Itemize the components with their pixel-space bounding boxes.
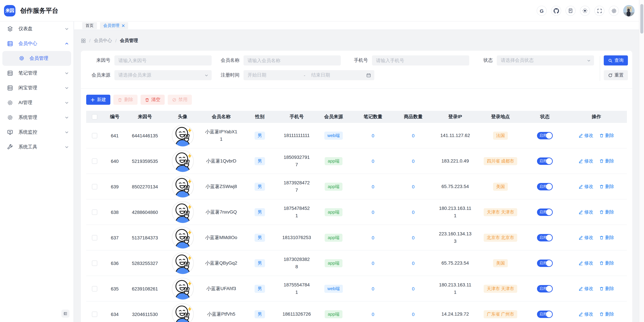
row-checkbox[interactable] xyxy=(92,133,97,138)
member-avatar xyxy=(172,303,194,322)
status-toggle[interactable]: 启用 xyxy=(537,208,553,216)
edit-link[interactable]: 修改 xyxy=(578,132,593,139)
status-toggle[interactable]: 启用 xyxy=(537,310,553,318)
clear-button[interactable]: 清空 xyxy=(140,95,165,105)
laiyin-no-cell: 6441446135 xyxy=(132,133,158,138)
document-icon[interactable] xyxy=(566,6,576,16)
gender-badge: 男 xyxy=(254,259,265,267)
column-header: 状态 xyxy=(540,114,550,120)
disable-button[interactable]: 禁用 xyxy=(168,95,192,105)
delete-link[interactable]: 删除 xyxy=(600,209,614,215)
sidebar-item-dashboard[interactable]: 仪表盘 xyxy=(0,22,74,36)
goods-count-link[interactable]: 0 xyxy=(412,311,414,317)
edit-link[interactable]: 修改 xyxy=(578,285,593,292)
disable-button-label: 禁用 xyxy=(178,97,188,103)
breadcrumb-item[interactable]: 会员中心 xyxy=(94,38,112,44)
phone-input[interactable] xyxy=(372,55,469,66)
delete-link[interactable]: 删除 xyxy=(600,234,614,241)
delete-button[interactable]: 删除 xyxy=(113,95,138,105)
gitee-icon[interactable]: G xyxy=(537,6,547,16)
sidebar-item-system[interactable]: 系统管理 xyxy=(0,110,74,125)
delete-link[interactable]: 删除 xyxy=(600,158,614,164)
avatar-cell xyxy=(172,252,194,274)
edit-link[interactable]: 修改 xyxy=(578,311,593,317)
user-avatar[interactable] xyxy=(623,5,634,17)
goods-count-link[interactable]: 0 xyxy=(412,235,414,240)
delete-link[interactable]: 删除 xyxy=(600,311,614,317)
create-button[interactable]: 新建 xyxy=(86,95,110,105)
status-toggle[interactable]: 启用 xyxy=(537,183,553,190)
date-range-picker[interactable]: 开始日期 - 结束日期 xyxy=(244,70,374,80)
sidebar-item-notes[interactable]: 笔记管理 xyxy=(0,66,74,81)
sidebar-item-member-center[interactable]: 会员中心 xyxy=(0,36,74,51)
source-select[interactable]: 请选择会员来源 xyxy=(114,70,212,80)
row-checkbox[interactable] xyxy=(92,235,97,240)
vertical-scrollbar[interactable] xyxy=(639,0,644,322)
delete-link[interactable]: 删除 xyxy=(600,132,614,139)
sidebar-item-goods[interactable]: 闲宝管理 xyxy=(0,81,74,95)
sidebar-collapse-icon[interactable] xyxy=(62,309,70,318)
sidebar-item-tools[interactable]: 系统工具 xyxy=(0,140,74,154)
search-button[interactable]: 查询 xyxy=(604,55,628,66)
row-checkbox[interactable] xyxy=(92,209,97,215)
settings-gear-icon[interactable] xyxy=(609,6,619,16)
notes-count-link[interactable]: 0 xyxy=(372,260,374,266)
source-badge: app端 xyxy=(325,208,342,216)
member-avatar xyxy=(172,252,194,274)
sidebar-item-monitor[interactable]: 系统监控 xyxy=(0,125,74,140)
goods-count-link[interactable]: 0 xyxy=(412,158,414,164)
tab-member-management[interactable]: 会员管理 xyxy=(100,22,128,29)
notes-count-link[interactable]: 0 xyxy=(372,209,374,215)
avatar-cell xyxy=(172,226,194,249)
row-checkbox[interactable] xyxy=(92,158,97,164)
edit-link[interactable]: 修改 xyxy=(578,209,593,215)
sidebar-item-ai[interactable]: AI管理 xyxy=(0,95,74,110)
status-toggle[interactable]: 启用 xyxy=(537,259,553,267)
tab-home[interactable]: 首页 xyxy=(82,22,97,29)
goods-count-link[interactable]: 0 xyxy=(412,184,414,189)
goods-count-link[interactable]: 0 xyxy=(412,209,414,215)
notes-count-link[interactable]: 0 xyxy=(372,311,374,317)
sidebar-item-label: 会员中心 xyxy=(18,41,65,47)
status-toggle[interactable]: 启用 xyxy=(537,132,553,139)
status-toggle[interactable]: 启用 xyxy=(537,285,553,292)
member-name-input[interactable] xyxy=(244,55,341,66)
select-all-checkbox[interactable] xyxy=(92,114,97,120)
status-toggle[interactable]: 启用 xyxy=(537,234,553,241)
laiyin-input[interactable] xyxy=(114,55,212,66)
login-location-badge: 美国 xyxy=(493,259,508,267)
row-checkbox[interactable] xyxy=(92,184,97,189)
table-row: 6343204611530 小蓝薯PtfVh5男18611326726app端0… xyxy=(86,301,627,322)
status-select[interactable]: 请选择会员状态 xyxy=(497,55,594,66)
filter-field-laiyin: 来因号 xyxy=(87,55,212,66)
notes-count-link[interactable]: 0 xyxy=(372,235,374,240)
notes-count-link[interactable]: 0 xyxy=(372,286,374,291)
notes-count-link[interactable]: 0 xyxy=(372,133,374,138)
edit-link[interactable]: 修改 xyxy=(578,158,593,164)
notes-count-link[interactable]: 0 xyxy=(372,158,374,164)
scrollbar-thumb[interactable] xyxy=(640,4,643,34)
row-checkbox[interactable] xyxy=(92,286,97,291)
status-toggle[interactable]: 启用 xyxy=(537,157,553,165)
goods-count-link[interactable]: 0 xyxy=(412,133,414,138)
goods-count-link[interactable]: 0 xyxy=(412,286,414,291)
theme-icon[interactable] xyxy=(580,6,590,16)
row-checkbox[interactable] xyxy=(92,311,97,317)
notes-count-link[interactable]: 0 xyxy=(372,184,374,189)
delete-link[interactable]: 删除 xyxy=(600,183,614,190)
edit-link[interactable]: 修改 xyxy=(578,234,593,241)
github-icon[interactable] xyxy=(551,6,561,16)
delete-link[interactable]: 删除 xyxy=(600,260,614,266)
row-checkbox[interactable] xyxy=(92,260,97,266)
tab-close-icon[interactable] xyxy=(122,24,125,27)
delete-link[interactable]: 删除 xyxy=(600,285,614,292)
goods-count-link[interactable]: 0 xyxy=(412,260,414,266)
fullscreen-icon[interactable] xyxy=(594,6,604,16)
edit-link[interactable]: 修改 xyxy=(578,183,593,190)
reset-button[interactable]: 重置 xyxy=(604,70,628,80)
edit-link[interactable]: 修改 xyxy=(578,260,593,266)
search-button-label: 查询 xyxy=(614,57,624,64)
sidebar-item-member-management[interactable]: 会员管理 xyxy=(2,51,71,66)
member-avatar xyxy=(172,201,194,223)
grid-icon[interactable] xyxy=(81,38,86,43)
